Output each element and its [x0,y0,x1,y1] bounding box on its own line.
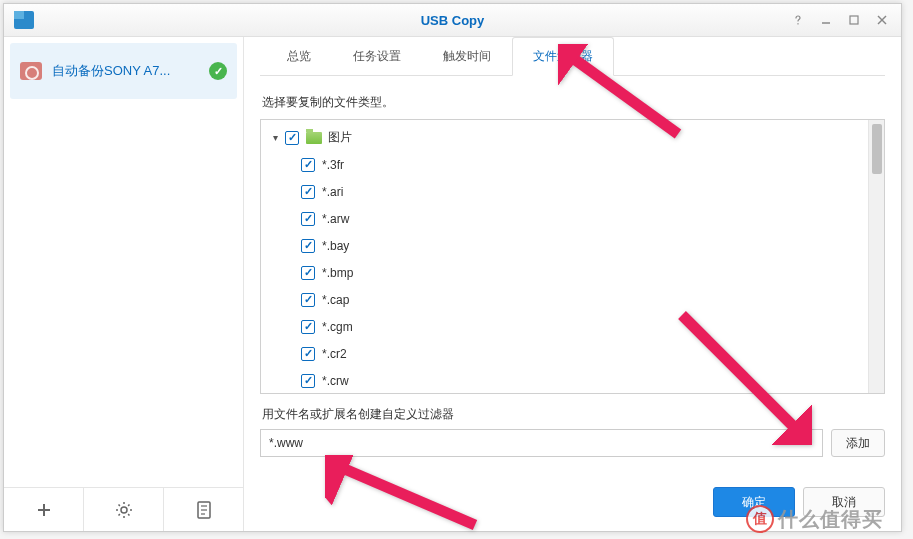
sidebar-spacer [4,105,243,487]
tree-label: *.bay [322,239,349,253]
add-task-button[interactable] [4,488,84,531]
app-window: USB Copy 自动备份SONY A7... ✓ [3,3,902,532]
svg-rect-1 [850,16,858,24]
collapse-icon[interactable]: ▾ [269,132,281,144]
watermark-icon: 值 [746,505,774,533]
tree-child-row[interactable]: *.cap [261,286,868,313]
checkbox[interactable] [301,320,315,334]
scrollbar[interactable] [868,120,884,393]
tree-child-row[interactable]: *.3fr [261,151,868,178]
tree-scroll[interactable]: ▾ 图片 *.3fr*.ari*.arw*.bay*.bmp*.cap*.cgm… [261,120,868,393]
checkbox[interactable] [301,293,315,307]
sidebar-toolbar [4,487,243,531]
tree-child-row[interactable]: *.cr2 [261,340,868,367]
tree-root-label: 图片 [328,129,352,146]
checkbox[interactable] [301,266,315,280]
add-filter-button[interactable]: 添加 [831,429,885,457]
tab-content: 选择要复制的文件类型。 ▾ 图片 *.3fr*.ari*.arw*.bay*.b… [244,76,901,479]
help-button[interactable] [785,11,811,29]
checkbox[interactable] [301,239,315,253]
tabs: 总览 任务设置 触发时间 文件过滤器 [260,37,885,76]
main-panel: 总览 任务设置 触发时间 文件过滤器 选择要复制的文件类型。 ▾ 图片 [244,37,901,531]
tree-child-row[interactable]: *.bmp [261,259,868,286]
watermark: 值 什么值得买 [746,505,883,533]
task-item[interactable]: 自动备份SONY A7... ✓ [10,43,237,99]
sidebar: 自动备份SONY A7... ✓ [4,37,244,531]
tree-label: *.cgm [322,320,353,334]
svg-point-6 [121,507,127,513]
window-controls [785,11,895,29]
tree-label: *.bmp [322,266,353,280]
window-title: USB Copy [421,13,485,28]
tree-child-row[interactable]: *.bay [261,232,868,259]
settings-button[interactable] [84,488,164,531]
task-name: 自动备份SONY A7... [52,62,209,80]
tree-child-row[interactable]: *.arw [261,205,868,232]
tree-label: *.ari [322,185,343,199]
watermark-text: 什么值得买 [778,506,883,533]
log-button[interactable] [164,488,243,531]
checkbox[interactable] [301,374,315,388]
tree-label: *.crw [322,374,349,388]
close-button[interactable] [869,11,895,29]
tree-label: *.arw [322,212,349,226]
checkbox[interactable] [301,212,315,226]
tree-root-row[interactable]: ▾ 图片 [261,124,868,151]
body: 自动备份SONY A7... ✓ 总览 任务设置 触发时间 文件过滤器 选择要复… [4,37,901,531]
checkbox[interactable] [301,347,315,361]
custom-filter-input[interactable] [260,429,823,457]
tree-child-row[interactable]: *.cgm [261,313,868,340]
tab-overview[interactable]: 总览 [266,37,332,76]
camera-icon [20,62,42,80]
app-icon [14,11,34,29]
minimize-button[interactable] [813,11,839,29]
status-ok-icon: ✓ [209,62,227,80]
maximize-button[interactable] [841,11,867,29]
custom-filter-label: 用文件名或扩展名创建自定义过滤器 [262,406,885,423]
custom-filter-row: 添加 [260,429,885,457]
checkbox[interactable] [285,131,299,145]
checkbox[interactable] [301,158,315,172]
tab-task-settings[interactable]: 任务设置 [332,37,422,76]
tree-child-row[interactable]: *.ari [261,178,868,205]
tree-label: *.cr2 [322,347,347,361]
tab-file-filter[interactable]: 文件过滤器 [512,37,614,76]
tab-trigger-time[interactable]: 触发时间 [422,37,512,76]
filetype-tree: ▾ 图片 *.3fr*.ari*.arw*.bay*.bmp*.cap*.cgm… [260,119,885,394]
folder-icon [306,132,322,144]
tree-label: *.cap [322,293,349,307]
titlebar: USB Copy [4,4,901,37]
section-label: 选择要复制的文件类型。 [262,94,885,111]
checkbox[interactable] [301,185,315,199]
tree-child-row[interactable]: *.crw [261,367,868,393]
tree-label: *.3fr [322,158,344,172]
